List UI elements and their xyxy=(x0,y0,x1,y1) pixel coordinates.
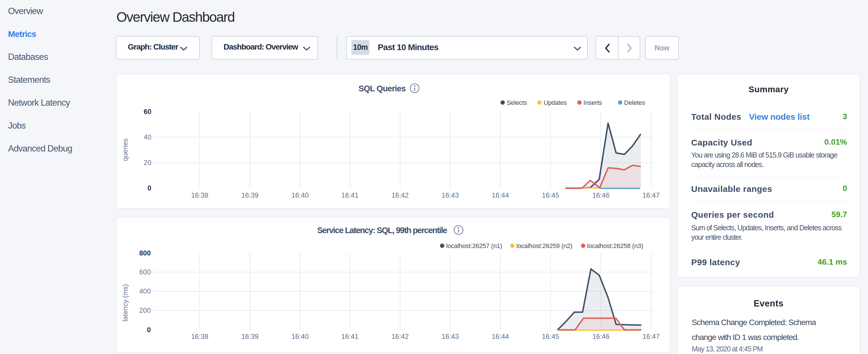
svg-text:16:43: 16:43 xyxy=(442,191,459,199)
svg-text:Deletes: Deletes xyxy=(624,99,645,106)
svg-text:0: 0 xyxy=(147,326,151,334)
svg-text:200: 200 xyxy=(139,307,151,314)
svg-text:16:39: 16:39 xyxy=(241,191,258,199)
svg-text:800: 800 xyxy=(139,249,151,257)
svg-text:0: 0 xyxy=(148,184,151,192)
svg-text:SQL Queries: SQL Queries xyxy=(359,84,405,93)
svg-text:Selects: Selects xyxy=(507,99,527,106)
svg-text:16:38: 16:38 xyxy=(191,332,208,340)
svg-text:localhost:26257 (n1): localhost:26257 (n1) xyxy=(446,242,502,250)
svg-text:16:45: 16:45 xyxy=(542,191,559,199)
svg-text:16:46: 16:46 xyxy=(592,191,610,199)
svg-text:Updates: Updates xyxy=(544,99,567,106)
svg-text:16:41: 16:41 xyxy=(341,191,359,199)
svg-text:16:39: 16:39 xyxy=(241,332,258,340)
svg-text:16:46: 16:46 xyxy=(592,332,610,340)
svg-text:16:43: 16:43 xyxy=(442,332,459,340)
svg-text:Service Latency: SQL, 99th per: Service Latency: SQL, 99th percentile xyxy=(317,226,447,235)
svg-text:60: 60 xyxy=(144,108,151,116)
svg-text:16:38: 16:38 xyxy=(191,191,208,199)
svg-text:600: 600 xyxy=(139,268,151,276)
svg-text:16:47: 16:47 xyxy=(643,332,660,340)
svg-text:16:41: 16:41 xyxy=(341,332,359,340)
svg-text:16:42: 16:42 xyxy=(392,191,409,199)
svg-text:localhost:26259 (n2): localhost:26259 (n2) xyxy=(517,242,572,250)
svg-text:localhost:26258 (n3): localhost:26258 (n3) xyxy=(587,242,643,250)
svg-text:40: 40 xyxy=(144,133,151,141)
svg-text:16:40: 16:40 xyxy=(291,191,309,199)
svg-text:Inserts: Inserts xyxy=(584,99,602,106)
svg-text:400: 400 xyxy=(139,287,151,295)
svg-text:16:45: 16:45 xyxy=(542,332,559,340)
svg-text:16:47: 16:47 xyxy=(643,191,660,199)
svg-text:20: 20 xyxy=(144,159,151,166)
svg-text:latency (ms): latency (ms) xyxy=(121,284,129,322)
svg-text:16:42: 16:42 xyxy=(392,332,409,340)
svg-text:16:44: 16:44 xyxy=(492,332,509,340)
svg-text:16:40: 16:40 xyxy=(291,332,309,340)
svg-text:queries: queries xyxy=(121,139,129,161)
svg-text:16:44: 16:44 xyxy=(492,191,509,199)
